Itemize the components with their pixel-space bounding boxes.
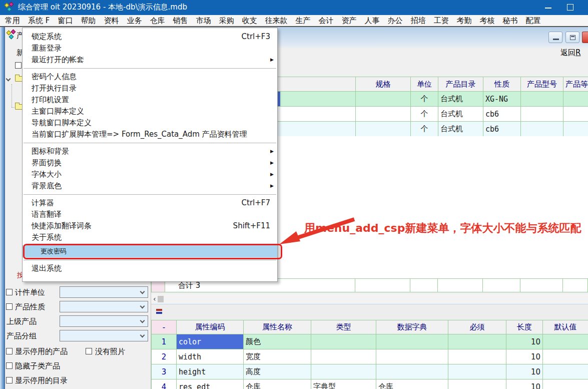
col-header-type[interactable]: 类型 [311, 320, 376, 334]
folder-icon[interactable] [15, 76, 23, 82]
menubar-item-sales[interactable]: 销售 [169, 15, 192, 26]
col-header-nature[interactable]: 性质 [483, 77, 521, 92]
folder-icon[interactable] [15, 104, 23, 110]
cell-default[interactable] [543, 364, 588, 379]
cell-type[interactable] [311, 334, 376, 349]
menu-item-about-system[interactable]: 关于系统 [23, 232, 277, 243]
menubar-item-accounting[interactable]: 会计 [314, 15, 337, 26]
cell-model[interactable] [521, 107, 563, 122]
menu-item-password-personal-info[interactable]: 密码个人信息 [23, 71, 277, 83]
menubar-item-purchase[interactable]: 采购 [215, 15, 238, 26]
cell-default[interactable] [543, 349, 588, 364]
attribute-row[interactable]: 2 width 宽度 10 [152, 349, 588, 364]
cell-unit[interactable]: 个 [411, 107, 438, 122]
menu-item-printer-settings[interactable]: 打印机设置 [23, 94, 277, 106]
back-link[interactable]: 返回R [560, 48, 580, 58]
cell-required[interactable] [448, 364, 506, 379]
cell-spec[interactable] [356, 122, 411, 137]
menu-item-ui-switch[interactable]: 界面切换▶ [23, 157, 277, 169]
minimize-button[interactable] [537, 0, 559, 15]
cell-spec[interactable] [356, 92, 411, 107]
cell-model[interactable] [521, 122, 563, 137]
attribute-row[interactable]: 3 height 高度 10 [152, 364, 588, 379]
nature-filter-combo[interactable] [60, 301, 148, 312]
cell-row-number[interactable]: 3 [152, 364, 177, 379]
col-header-attr-code[interactable]: 属性编码 [177, 320, 244, 334]
col-header-default[interactable]: 默认值 [543, 320, 588, 334]
cell-attr-code[interactable]: width [177, 349, 244, 364]
cell-row-number[interactable]: 1 [152, 334, 177, 349]
menu-item-relogin[interactable]: 重新登录 [23, 43, 277, 54]
nature-filter-checkbox[interactable] [6, 303, 13, 310]
cell-attr-name[interactable]: 宽度 [244, 349, 311, 364]
cell-attr-code[interactable]: height [177, 364, 244, 379]
product-group-combo[interactable] [60, 330, 148, 341]
unit-filter-checkbox[interactable] [6, 289, 13, 295]
menubar-item-secretary[interactable]: 秘书 [498, 15, 521, 26]
cell-spec[interactable] [356, 107, 411, 122]
cell-default[interactable] [543, 334, 588, 349]
menu-item-current-window-ext-script[interactable]: 当前窗口扩展脚本管理=> Form_Res_Cata_Adm 产品资料管理 [23, 129, 277, 140]
cell-row-number[interactable]: 4 [152, 379, 177, 389]
tree-checkbox[interactable] [15, 62, 22, 69]
col-header-grade[interactable]: 产品等 [563, 77, 588, 92]
cell-type[interactable]: 字典型 [311, 379, 376, 389]
col-header-catalog[interactable]: 产品目录 [438, 77, 483, 92]
cell-attr-code-selected[interactable]: color [177, 334, 244, 349]
cell-grade[interactable] [563, 92, 588, 107]
cell-dict[interactable] [376, 349, 448, 364]
attribute-row[interactable]: 1 color 颜色 10 [152, 334, 588, 349]
cell-required[interactable] [448, 334, 506, 349]
cell-unit[interactable]: 个 [411, 122, 438, 137]
menu-item-open-exec-dir[interactable]: 打开执行目录 [23, 83, 277, 94]
cell-type[interactable] [311, 364, 376, 379]
menu-item-calculator[interactable]: Ctrl+F7计算器 [23, 197, 277, 209]
col-header-spec[interactable]: 规格 [356, 77, 411, 92]
menu-item-quick-add-translation[interactable]: Shift+F11快捷添加翻译词条 [23, 220, 277, 232]
cell-dict[interactable]: 仓库 [376, 379, 448, 389]
maximize-button[interactable] [559, 0, 581, 15]
menubar-item-hr[interactable]: 人事 [360, 15, 383, 26]
cell-required[interactable] [448, 379, 506, 389]
cell-unit[interactable]: 个 [411, 92, 438, 107]
menubar-item-data[interactable]: 资料 [100, 15, 123, 26]
menubar-item-income-expense[interactable]: 收支 [238, 15, 261, 26]
show-disabled-products-checkbox[interactable] [6, 348, 13, 354]
menu-item-exit-system[interactable]: 退出系统 [23, 263, 277, 274]
col-header-dict[interactable]: 数据字典 [376, 320, 448, 334]
col-header-attr-name[interactable]: 属性名称 [244, 320, 311, 334]
menubar-item-receivable-payable[interactable]: 往来款 [261, 15, 291, 26]
menu-item-main-window-script[interactable]: 主窗口脚本定义 [23, 106, 277, 117]
menu-item-nav-window-script[interactable]: 导航窗口脚本定义 [23, 117, 277, 129]
cell-required[interactable] [448, 349, 506, 364]
inner-minimize-button[interactable] [548, 32, 562, 43]
inner-restore-button[interactable] [565, 32, 579, 43]
menubar-item-salary[interactable]: 工资 [429, 15, 452, 26]
cell-grade[interactable] [563, 107, 588, 122]
menubar-item-attendance[interactable]: 考勤 [452, 15, 475, 26]
menu-item-font-size[interactable]: 字体大小▶ [23, 169, 277, 180]
no-photo-checkbox[interactable] [86, 348, 92, 354]
menubar-item-config[interactable]: 配置 [521, 15, 544, 26]
menu-item-language-translate[interactable]: 语言翻译 [23, 209, 277, 220]
cell-catalog[interactable]: 台式机 [438, 92, 483, 107]
cell-attr-name[interactable]: 颜色 [244, 334, 311, 349]
menubar-item-market[interactable]: 市场 [192, 15, 215, 26]
cell-attr-code[interactable]: res_edt [177, 379, 244, 389]
cell-row-number[interactable]: 2 [152, 349, 177, 364]
cell-model[interactable] [521, 92, 563, 107]
cell-default[interactable] [543, 379, 588, 389]
menubar-item-help[interactable]: 帮助 [77, 15, 100, 26]
cell-attr-name[interactable]: 仓库 [244, 379, 311, 389]
scrollbar-thumb[interactable] [158, 296, 164, 302]
cell-catalog[interactable]: 台式机 [438, 107, 483, 122]
hide-subclass-checkbox[interactable] [6, 362, 13, 369]
menubar-item-window[interactable]: 窗口 [54, 15, 77, 26]
menu-item-recent-accounts[interactable]: 最近打开的帐套▶ [23, 54, 277, 66]
show-disabled-catalog-checkbox[interactable] [6, 377, 13, 383]
parent-product-combo[interactable] [60, 315, 148, 327]
cell-nature[interactable]: cb6 [483, 122, 521, 137]
scroll-left-icon[interactable]: ‹ [153, 294, 156, 304]
menubar-item-assessment[interactable]: 考核 [475, 15, 498, 26]
menubar-item-production[interactable]: 生产 [291, 15, 314, 26]
